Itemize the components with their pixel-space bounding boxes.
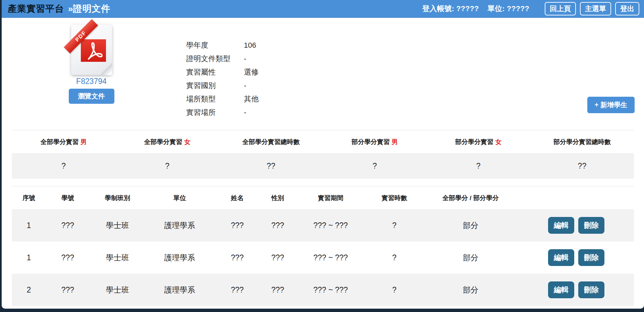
delete-button[interactable]: 刪除 — [578, 249, 604, 266]
file-block: PDF F823794 瀏覽文件 — [64, 25, 119, 119]
header-student-id: 學號 — [46, 194, 90, 203]
summary-header-cell: 全部學分實習總時數 — [219, 138, 323, 146]
cell-credit-type: 部分 — [422, 285, 519, 295]
delete-button[interactable]: 刪除 — [578, 281, 604, 298]
summary-header-cell: 全部學分實習 女 — [115, 138, 219, 146]
summary-header-cell: 全部學分實習 男 — [12, 138, 115, 146]
cell-student-id: ??? — [46, 285, 90, 295]
page-fold-corner — [100, 62, 112, 75]
field-row-internship-site: 實習場所 - — [186, 106, 259, 119]
field-label: 實習場所 — [186, 106, 244, 119]
cell-seq: 2 — [12, 285, 46, 295]
edit-button[interactable]: 編輯 — [548, 249, 574, 266]
document-fields: 學年度 106 證明文件類型 - 實習屬性 選修 實習國別 - 場所類型 其他 … — [186, 39, 259, 119]
credit-summary-table: 全部學分實習 男 全部學分實習 女 全部學分實習總時數 部分學分實習 男 部分學… — [12, 130, 634, 179]
table-row: 1 ??? 學士班 護理學系 ??? ??? ??? ~ ??? ? 部分 編輯… — [12, 209, 634, 241]
summary-value-cell: ? — [12, 162, 115, 171]
header-seq: 序號 — [12, 194, 46, 203]
cell-unit: 護理學系 — [146, 220, 214, 231]
field-label: 學年度 — [186, 39, 244, 52]
male-highlight: 男 — [391, 138, 398, 145]
cell-gender: ??? — [261, 221, 295, 230]
cell-program: 學士班 — [90, 253, 146, 263]
summary-value-cell: ? — [427, 162, 530, 171]
cell-student-id: ??? — [46, 253, 90, 262]
field-value: - — [244, 106, 246, 119]
unit-label: 單位: ????? — [487, 4, 529, 14]
header-credit-type: 全部學分 / 部分學分 — [422, 194, 519, 203]
field-row-internship-attribute: 實習屬性 選修 — [186, 65, 259, 79]
page-title: 證明文件 — [73, 3, 110, 15]
field-value: - — [244, 79, 246, 92]
cell-period: ??? ~ ??? — [295, 253, 366, 262]
cell-student-id: ??? — [46, 221, 90, 230]
edit-button[interactable]: 編輯 — [548, 281, 574, 298]
header-program: 學制班別 — [90, 194, 146, 203]
field-row-internship-country: 實習國別 - — [186, 79, 259, 92]
students-table-header: 序號 學號 學制班別 單位 姓名 性別 實習期間 實習時數 全部學分 / 部分學… — [12, 186, 634, 209]
cell-period: ??? ~ ??? — [295, 285, 366, 295]
app-title: 產業實習平台 — [8, 3, 64, 15]
cell-program: 學士班 — [90, 220, 146, 231]
credit-summary-values: ? ? ?? ? ? ?? — [12, 153, 634, 179]
cell-credit-type: 部分 — [422, 220, 519, 231]
field-label: 證明文件類型 — [186, 52, 244, 65]
header-gender: 性別 — [261, 194, 295, 203]
document-section: PDF F823794 瀏覽文件 學年度 106 證明文件類型 - 實習屬性 選… — [2, 18, 644, 119]
field-row-school-year: 學年度 106 — [186, 39, 259, 52]
female-highlight: 女 — [184, 138, 191, 145]
cell-seq: 1 — [12, 253, 46, 262]
cell-actions: 編輯 刪除 — [519, 281, 634, 298]
cell-program: 學士班 — [90, 285, 146, 295]
cell-name: ??? — [214, 285, 261, 295]
header-hours: 實習時數 — [366, 194, 422, 203]
summary-header-cell: 部分學分實習 男 — [323, 138, 426, 146]
cell-name: ??? — [214, 221, 261, 230]
summary-header-cell: 部分學分實習總時數 — [530, 138, 634, 146]
acrobat-logo-icon — [81, 39, 106, 62]
add-student-button[interactable]: + 新增學生 — [587, 97, 635, 113]
cell-actions: 編輯 刪除 — [519, 217, 634, 234]
summary-header-cell: 部分學分實習 女 — [427, 138, 530, 146]
cell-gender: ??? — [261, 253, 295, 262]
header-unit: 單位 — [146, 194, 214, 203]
summary-value-cell: ? — [115, 162, 219, 171]
summary-value-cell: ?? — [219, 162, 323, 171]
content-card: 產業實習平台 » 證明文件 登入帳號: ????? 單位: ????? 回上頁 … — [2, 0, 644, 309]
view-document-button[interactable]: 瀏覽文件 — [69, 89, 114, 104]
field-value: - — [244, 52, 246, 65]
table-row: 2 ??? 學士班 護理學系 ??? ??? ??? ~ ??? ? 部分 編輯… — [12, 274, 634, 306]
field-row-doc-type: 證明文件類型 - — [186, 52, 259, 65]
login-account-label: 登入帳號: ????? — [422, 4, 479, 14]
cell-unit: 護理學系 — [146, 253, 214, 263]
cell-period: ??? ~ ??? — [295, 221, 366, 230]
credit-summary-header: 全部學分實習 男 全部學分實習 女 全部學分實習總時數 部分學分實習 男 部分學… — [12, 130, 634, 153]
cell-hours: ? — [366, 253, 422, 262]
cell-credit-type: 部分 — [422, 253, 519, 263]
cell-gender: ??? — [261, 285, 295, 295]
pdf-file-icon: PDF — [71, 25, 112, 75]
main-menu-button[interactable]: 主選單 — [580, 2, 611, 15]
students-table: 序號 學號 學制班別 單位 姓名 性別 實習期間 實習時數 全部學分 / 部分學… — [12, 186, 634, 306]
field-label: 實習屬性 — [186, 65, 244, 79]
table-row: 1 ??? 學士班 護理學系 ??? ??? ??? ~ ??? ? 部分 編輯… — [12, 241, 634, 274]
field-label: 實習國別 — [186, 79, 244, 92]
file-name-link[interactable]: F823794 — [76, 77, 107, 86]
delete-button[interactable]: 刪除 — [578, 217, 604, 234]
female-highlight: 女 — [495, 138, 501, 145]
cell-unit: 護理學系 — [146, 285, 214, 295]
cell-seq: 1 — [12, 221, 46, 230]
header-period: 實習期間 — [295, 194, 366, 203]
field-value: 選修 — [244, 65, 259, 79]
header-name: 姓名 — [214, 194, 261, 203]
breadcrumb-separator: » — [68, 4, 73, 14]
logout-button[interactable]: 登出 — [615, 2, 639, 15]
field-label: 場所類型 — [186, 92, 244, 106]
summary-value-cell: ? — [323, 162, 426, 171]
cell-name: ??? — [214, 253, 261, 262]
back-button[interactable]: 回上頁 — [545, 2, 576, 15]
field-value: 其他 — [244, 92, 259, 106]
field-row-site-type: 場所類型 其他 — [186, 92, 259, 106]
edit-button[interactable]: 編輯 — [548, 217, 574, 234]
top-navigation-bar: 產業實習平台 » 證明文件 登入帳號: ????? 單位: ????? 回上頁 … — [2, 0, 644, 18]
